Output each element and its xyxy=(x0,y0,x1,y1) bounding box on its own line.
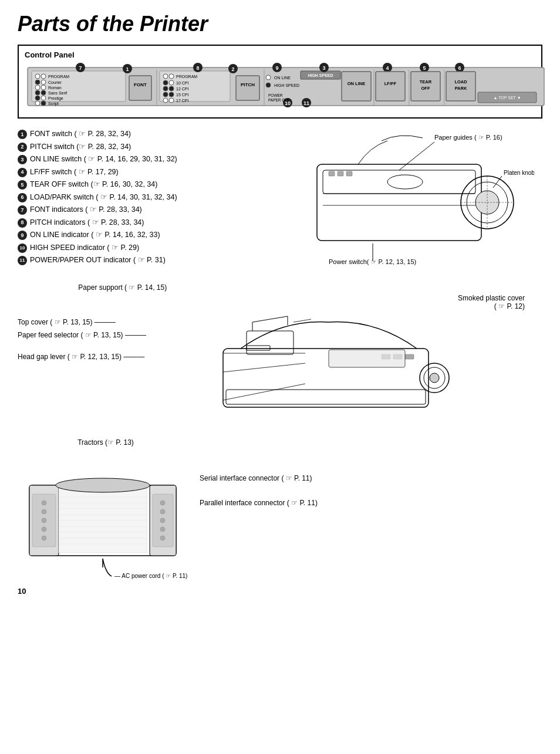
svg-point-31 xyxy=(163,80,168,85)
svg-point-40 xyxy=(163,98,168,103)
middle-section: Paper support ( ☞ P. 14, 15) Top cover (… xyxy=(18,283,542,432)
svg-text:ON LINE: ON LINE xyxy=(274,76,291,80)
svg-point-32 xyxy=(169,80,174,85)
svg-rect-45 xyxy=(236,76,259,100)
svg-point-6 xyxy=(41,80,46,84)
svg-rect-22 xyxy=(129,76,151,100)
list-item: 9 ON LINE indicator ( ☞ P. 14, 16, 32, 3… xyxy=(18,230,264,241)
svg-rect-105 xyxy=(346,171,352,176)
middle-labels: Top cover ( ☞ P. 13, 15) ——— Paper feed … xyxy=(18,294,205,364)
control-panel-box: Control Panel PROGRAM Courier Roman Sans… xyxy=(18,45,542,119)
svg-text:TEAR: TEAR xyxy=(420,79,432,84)
list-item: 6 LOAD/PARK switch ( ☞ P. 14, 30, 31, 32… xyxy=(18,192,264,203)
svg-text:Script: Script xyxy=(48,102,59,106)
svg-point-131 xyxy=(160,501,165,505)
main-content: 1 FONT switch ( ☞ P. 28, 32, 34) 2 PITCH… xyxy=(18,129,542,278)
svg-point-34 xyxy=(163,86,168,91)
svg-text:15 CPI: 15 CPI xyxy=(176,93,188,97)
badge-5: 5 xyxy=(18,180,27,190)
svg-text:ON LINE: ON LINE xyxy=(348,81,365,86)
svg-point-2 xyxy=(35,74,40,79)
svg-point-37 xyxy=(163,92,168,97)
svg-text:OFF: OFF xyxy=(421,86,430,91)
serial-label: Serial interface connector ( ☞ P. 11) xyxy=(200,474,542,483)
svg-text:LF/FF: LF/FF xyxy=(384,81,397,86)
svg-point-134 xyxy=(160,527,165,532)
svg-point-5 xyxy=(35,80,40,84)
svg-text:5: 5 xyxy=(423,65,426,71)
svg-point-14 xyxy=(35,96,40,100)
svg-point-41 xyxy=(169,98,174,103)
svg-text:PAPER OUT: PAPER OUT xyxy=(268,98,290,102)
svg-text:HIGH SPEED: HIGH SPEED xyxy=(308,73,333,77)
item-5-text: TEAR OFF switch (☞ P. 16, 30, 32, 34) xyxy=(30,180,157,190)
svg-point-8 xyxy=(35,85,40,90)
badge-4: 4 xyxy=(18,168,27,177)
badge-2: 2 xyxy=(18,143,27,152)
list-item: 4 LF/FF switch ( ☞ P. 17, 29) xyxy=(18,167,264,178)
svg-text:Courier: Courier xyxy=(48,80,62,84)
paper-support-label: Paper support ( ☞ P. 14, 15) xyxy=(18,283,542,292)
svg-text:— AC power cord ( ☞ P. 11): — AC power cord ( ☞ P. 11) xyxy=(114,573,187,579)
svg-rect-65 xyxy=(376,72,405,101)
svg-line-120 xyxy=(294,319,311,322)
page-number: 10 xyxy=(18,587,542,596)
svg-text:PARK: PARK xyxy=(455,86,467,91)
tractor-svg: — AC power cord ( ☞ P. 11) xyxy=(18,450,194,579)
item-2-text: PITCH switch (☞ P. 28, 32, 34) xyxy=(30,142,131,153)
list-item: 5 TEAR OFF switch (☞ P. 16, 30, 32, 34) xyxy=(18,180,264,190)
item-10-text: HIGH SPEED indicator ( ☞ P. 29) xyxy=(30,243,139,253)
bottom-section: Tractors (☞ P. 13) xyxy=(18,438,542,581)
svg-text:9: 9 xyxy=(275,65,278,71)
head-gap-label: Head gap lever ( ☞ P. 12, 13, 15) ——— xyxy=(18,352,205,362)
control-panel-diagram: PROGRAM Courier Roman Sans Serif Prestig… xyxy=(25,63,547,110)
svg-point-18 xyxy=(41,101,46,106)
svg-point-3 xyxy=(41,74,46,79)
badge-10: 10 xyxy=(18,244,27,253)
svg-line-88 xyxy=(399,142,434,170)
svg-point-110 xyxy=(430,373,439,383)
list-item: 7 FONT indicators ( ☞ P. 28, 33, 34) xyxy=(18,205,264,215)
top-printer-diagram: Paper guides ( ☞ P. 16) Platen knob xyxy=(270,129,534,276)
svg-text:PROGRAM: PROGRAM xyxy=(48,75,69,79)
badge-11: 11 xyxy=(18,256,27,265)
svg-point-132 xyxy=(160,509,165,514)
svg-line-119 xyxy=(223,384,305,400)
badge-8: 8 xyxy=(18,218,27,228)
badge-9: 9 xyxy=(18,231,27,240)
svg-point-12 xyxy=(41,90,46,95)
svg-text:2: 2 xyxy=(231,66,234,72)
item-4-text: LF/FF switch ( ☞ P. 17, 29) xyxy=(30,167,119,178)
svg-text:17 CPI: 17 CPI xyxy=(176,99,188,103)
svg-point-129 xyxy=(42,527,46,532)
list-item: 11 POWER/PAPER OUT indicator ( ☞ P. 31) xyxy=(18,255,264,266)
bottom-left: Tractors (☞ P. 13) xyxy=(18,438,194,581)
smoked-cover-label: Smoked plastic cover( ☞ P. 12) xyxy=(211,294,525,310)
list-item: 3 ON LINE switch ( ☞ P. 14, 16, 29, 30, … xyxy=(18,154,264,165)
svg-point-28 xyxy=(163,74,168,79)
svg-rect-114 xyxy=(405,354,414,359)
svg-point-38 xyxy=(169,92,174,97)
svg-text:Sans Serif: Sans Serif xyxy=(48,91,67,95)
svg-text:4: 4 xyxy=(386,65,389,71)
side-printer-svg xyxy=(211,313,464,431)
list-item: 1 FONT switch ( ☞ P. 28, 32, 34) xyxy=(18,129,264,140)
svg-rect-115 xyxy=(329,350,405,367)
right-panel: Paper guides ( ☞ P. 16) Platen knob xyxy=(270,129,542,278)
item-11-text: POWER/PAPER OUT indicator ( ☞ P. 31) xyxy=(30,255,166,266)
svg-text:LOAD: LOAD xyxy=(454,79,467,84)
svg-rect-90 xyxy=(323,170,475,194)
item-1-text: FONT switch ( ☞ P. 28, 32, 34) xyxy=(30,129,131,140)
svg-point-130 xyxy=(42,536,46,540)
svg-rect-104 xyxy=(338,171,343,176)
parallel-label: Parallel interface connector ( ☞ P. 11) xyxy=(200,498,542,508)
control-panel-label: Control Panel xyxy=(25,50,535,59)
svg-text:1: 1 xyxy=(126,66,129,72)
svg-point-17 xyxy=(35,101,40,106)
middle-content: Top cover ( ☞ P. 13, 15) ——— Paper feed … xyxy=(18,294,542,432)
svg-point-126 xyxy=(42,501,46,505)
list-item: 2 PITCH switch (☞ P. 28, 32, 34) xyxy=(18,142,264,153)
svg-point-35 xyxy=(169,86,174,91)
svg-text:FONT: FONT xyxy=(134,82,147,87)
svg-text:12 CPI: 12 CPI xyxy=(176,87,188,91)
